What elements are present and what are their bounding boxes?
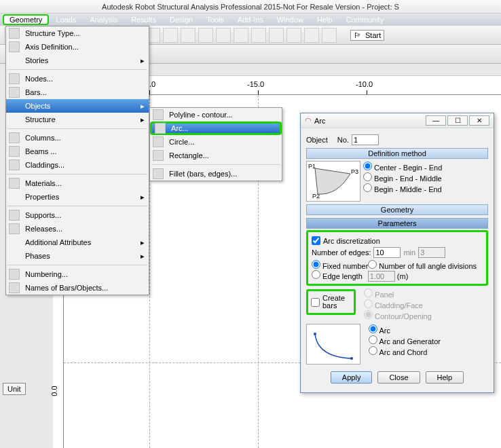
create-bars-check[interactable]: Create bars <box>311 295 351 310</box>
objects-submenu-item[interactable]: Rectangle... <box>150 149 282 162</box>
menu-icon <box>9 87 20 98</box>
geometry-menu: Structure Type...Axis Definition...Stori… <box>5 26 149 295</box>
num-edges-label: Number of edges: <box>312 248 371 257</box>
start-selector[interactable]: 🏳 Start <box>350 30 384 41</box>
menu-icon <box>9 160 20 170</box>
toolbar-icon[interactable] <box>163 28 178 43</box>
objects-submenu-item[interactable]: Polyline - contour... <box>150 108 282 122</box>
geometry-menu-item[interactable]: Bars... <box>6 86 149 99</box>
objects-submenu-item[interactable]: Fillet (bars, edges)... <box>150 167 282 181</box>
menu-community[interactable]: Community <box>339 15 391 24</box>
arc-dialog: ◠ Arc — ☐ ✕ Object No. Definition method… <box>300 113 494 393</box>
toolbar-icon[interactable] <box>251 28 266 43</box>
arcout-option[interactable]: Arc <box>369 324 441 335</box>
geometry-menu-item[interactable]: Names of Bars/Objects... <box>6 281 149 295</box>
menu-icon <box>9 282 20 293</box>
chevron-right-icon: ▸ <box>141 102 145 111</box>
geometry-header[interactable]: Geometry <box>306 204 488 215</box>
parameters-header[interactable]: Parameters <box>306 218 488 229</box>
objects-submenu-item[interactable]: Circle... <box>150 135 282 149</box>
object-type-option: Contour/Opening <box>364 310 432 320</box>
toolbar-icon[interactable] <box>234 28 248 43</box>
menu-loads[interactable]: Loads <box>49 15 83 24</box>
chevron-right-icon: ▸ <box>141 252 145 261</box>
unit-box[interactable]: Unit <box>3 383 26 395</box>
apply-button[interactable]: Apply <box>331 371 373 384</box>
geometry-menu-item[interactable]: Columns... <box>6 131 149 145</box>
geometry-menu-item[interactable]: Numbering... <box>6 267 149 281</box>
toolbar-icon[interactable] <box>216 28 231 43</box>
geometry-menu-item[interactable]: Stories▸ <box>6 54 149 67</box>
definition-diagram: P1 P3 P2 <box>306 161 360 202</box>
geometry-menu-item[interactable]: Objects▸ <box>6 99 149 113</box>
min-label: min <box>403 248 415 257</box>
chevron-right-icon: ▸ <box>141 56 145 65</box>
geometry-menu-item[interactable]: Properties▸ <box>6 190 149 204</box>
objects-submenu-item[interactable]: Arc... <box>150 122 282 135</box>
toolbar-icon[interactable] <box>304 28 319 43</box>
menu-icon <box>9 223 20 234</box>
chevron-right-icon: ▸ <box>141 193 145 202</box>
geometry-menu-item[interactable]: Additional Attributes▸ <box>6 236 149 249</box>
menu-analysis[interactable]: Analysis <box>83 15 124 24</box>
arc-discretization-check[interactable]: Arc discretization <box>312 236 483 245</box>
geometry-menu-item[interactable]: Axis Definition... <box>6 40 149 54</box>
arcout-option[interactable]: Arc and Chord <box>369 346 441 356</box>
dialog-titlebar[interactable]: ◠ Arc — ☐ ✕ <box>301 113 494 128</box>
toolbar-icon[interactable] <box>181 28 196 43</box>
menubar: GeometryLoadsAnalysisResultsDesignToolsA… <box>0 14 501 26</box>
create-bars-highlight: Create bars <box>306 289 356 315</box>
menu-help[interactable]: Help <box>310 15 339 24</box>
definition-options: Center - Begin - End Begin - End - Middl… <box>363 161 442 194</box>
maximize-icon[interactable]: ☐ <box>447 115 468 126</box>
close-button[interactable]: Close <box>377 371 420 384</box>
menu-design[interactable]: Design <box>163 15 200 24</box>
object-type-option: Panel <box>364 288 432 299</box>
dialog-title: Arc <box>314 117 326 125</box>
toolbar-icon[interactable] <box>286 28 301 43</box>
menu-icon <box>9 132 20 143</box>
toolbar-icon[interactable] <box>269 28 284 43</box>
toolbar-icon[interactable] <box>322 28 337 43</box>
menu-window[interactable]: Window <box>270 15 310 24</box>
geometry-menu-item[interactable]: Releases... <box>6 222 149 236</box>
window-title: Autodesk Robot Structural Analysis Profe… <box>0 0 501 14</box>
menu-icon <box>155 123 166 134</box>
arcout-option[interactable]: Arc and Generator <box>369 335 441 346</box>
geometry-menu-item[interactable]: Supports... <box>6 208 149 222</box>
geometry-menu-item[interactable]: Claddings... <box>6 158 149 172</box>
menu-results[interactable]: Results <box>124 15 163 24</box>
close-icon[interactable]: ✕ <box>469 115 489 126</box>
edge-length-input <box>368 271 395 282</box>
num-edges-input[interactable] <box>373 247 401 258</box>
objects-submenu: Polyline - contour...Arc...Circle...Rect… <box>149 107 282 181</box>
definition-method-header[interactable]: Definition method <box>306 148 488 159</box>
edgemode-option[interactable]: Edge length (m) <box>312 272 408 280</box>
arc-icon: ◠ <box>305 116 312 125</box>
flag-icon: 🏳 <box>354 31 361 39</box>
menu-geometry[interactable]: Geometry <box>3 14 49 25</box>
edgemode-option[interactable]: Fixed number <box>312 262 368 270</box>
geometry-menu-item[interactable]: Structure▸ <box>6 113 149 126</box>
defmethod-option[interactable]: Center - Begin - End <box>363 162 442 172</box>
defmethod-option[interactable]: Begin - End - Middle <box>363 172 442 183</box>
start-label: Start <box>365 31 381 39</box>
menu-tools[interactable]: Tools <box>200 15 231 24</box>
menu-icon <box>9 73 20 84</box>
arc-output-options: Arc Arc and Generator Arc and Chord <box>369 324 441 357</box>
menu-icon <box>9 41 20 52</box>
object-number-input[interactable] <box>352 134 379 145</box>
geometry-menu-item[interactable]: Phases▸ <box>6 249 149 263</box>
geometry-menu-item[interactable]: Nodes... <box>6 72 149 86</box>
geometry-menu-item[interactable]: Structure Type... <box>6 26 149 40</box>
geometry-menu-item[interactable]: Beams ... <box>6 145 149 158</box>
help-button[interactable]: Help <box>426 371 464 384</box>
toolbar-icon[interactable] <box>198 28 213 43</box>
menu-icon <box>153 168 164 179</box>
minimize-icon[interactable]: — <box>426 115 446 126</box>
parameters-highlight: Arc discretization Number of edges: min … <box>306 230 488 286</box>
defmethod-option[interactable]: Begin - Middle - End <box>363 183 442 193</box>
geometry-menu-item[interactable]: Materials... <box>6 176 149 190</box>
menu-add-ins[interactable]: Add-Ins <box>231 15 270 24</box>
edgemode-option[interactable]: Number of full angle divisions <box>368 262 477 270</box>
